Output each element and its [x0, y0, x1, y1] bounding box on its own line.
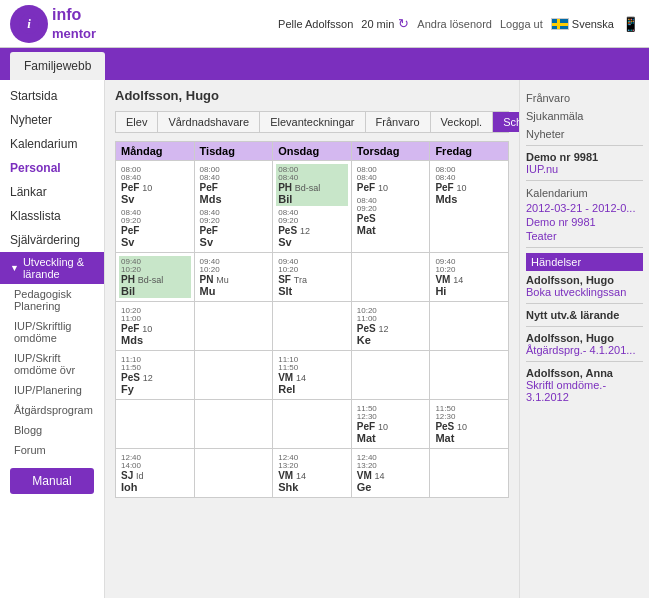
right-event1-name: Adolfsson, Hugo	[526, 274, 643, 286]
sidebar-item-lankar[interactable]: Länkar	[0, 180, 104, 204]
table-row: 09:4010:20SF TraSlt	[273, 253, 352, 302]
sidebar-item-sjalvarderin[interactable]: Självärdering	[0, 228, 104, 252]
right-kal-date[interactable]: 2012-03-21 - 2012-0...	[526, 202, 643, 214]
right-event3-name: Adolfsson, Hugo	[526, 332, 643, 344]
change-password-link[interactable]: Andra lösenord	[417, 18, 492, 30]
divider1	[526, 145, 643, 146]
tab-franvaro[interactable]: Frånvaro	[366, 112, 431, 132]
table-row	[430, 302, 509, 351]
main-layout: Startsida Nyheter Kalendarium Personal L…	[0, 80, 649, 598]
logo: i infomentor	[10, 5, 96, 43]
list-item[interactable]: 08:0008:40PeF 10Sv	[119, 164, 191, 206]
language-label: Svenska	[572, 18, 614, 30]
list-item[interactable]: 08:4009:20PeS Mat	[355, 195, 427, 237]
list-item[interactable]: 11:5012:30PeF 10Mat	[355, 403, 427, 445]
session-time: 20 min	[361, 18, 394, 30]
sidebar-sub-iup-skrift-ovr[interactable]: IUP/Skrift omdöme övr	[0, 348, 104, 380]
list-item[interactable]: 08:0008:40PeF 10	[355, 164, 427, 194]
table-row	[194, 400, 273, 449]
list-item[interactable]: 09:4010:20PN MuMu	[198, 256, 270, 298]
right-event3-desc[interactable]: Åtgärdsprg.- 4.1.201...	[526, 344, 643, 356]
refresh-icon[interactable]: ↻	[398, 16, 409, 31]
right-event1-desc[interactable]: Boka utvecklingssan	[526, 286, 643, 298]
tab-vardnadshavare[interactable]: Vårdnadshavare	[158, 112, 260, 132]
sidebar-item-startsida[interactable]: Startsida	[0, 84, 104, 108]
table-row	[351, 253, 430, 302]
tab-elevanteckningar[interactable]: Elevanteckningar	[260, 112, 365, 132]
table-row: 12:4014:00SJ IdIoh	[116, 449, 195, 498]
right-event4-desc[interactable]: Skriftl omdöme.- 3.1.2012	[526, 379, 643, 403]
table-row: 10:2011:00PeS 12Ke	[351, 302, 430, 351]
username: Pelle Adolfsson	[278, 18, 353, 30]
list-item[interactable]: 12:4013:20VM 14Shk	[276, 452, 348, 494]
language-selector[interactable]: Svenska	[551, 18, 614, 30]
list-item[interactable]: 11:1011:50VM 14Rel	[276, 354, 348, 396]
logout-link[interactable]: Logga ut	[500, 18, 543, 30]
table-row	[273, 400, 352, 449]
right-kalendarium-title: Kalendarium	[526, 187, 643, 199]
tab-veckopl[interactable]: Veckopl.	[431, 112, 494, 132]
logo-icon: i	[10, 5, 48, 43]
flag-icon	[551, 18, 569, 30]
divider3	[526, 247, 643, 248]
list-item[interactable]: 08:4009:20PeS 12Sv	[276, 207, 348, 249]
manual-button[interactable]: Manual	[10, 468, 94, 494]
list-item[interactable]: 09:4010:20VM 14Hi	[433, 256, 505, 298]
right-events-title: Händelser	[526, 253, 643, 271]
list-item[interactable]: 08:0008:40PeF Mds	[198, 164, 270, 206]
divider5	[526, 326, 643, 327]
right-kal-demo[interactable]: Demo nr 9981	[526, 216, 643, 228]
list-item[interactable]: 10:2011:00PeF 10Mds	[119, 305, 191, 347]
list-item[interactable]: 12:4013:20VM 14Ge	[355, 452, 427, 494]
table-row	[430, 351, 509, 400]
table-row: 09:4010:20VM 14Hi	[430, 253, 509, 302]
list-item[interactable]: 08:4009:20PeF Sv	[198, 207, 270, 249]
sidebar-item-klasslista[interactable]: Klasslista	[0, 204, 104, 228]
list-item[interactable]: 11:5012:30PeS 10Mat	[433, 403, 505, 445]
sidebar-sub-forum[interactable]: Forum	[0, 440, 104, 460]
schedule-table: Måndag Tisdag Onsdag Torsdag Fredag 08:0…	[115, 141, 509, 498]
nav-tabs: Familjewebb	[0, 48, 649, 80]
sidebar-sub-atgardsprogram[interactable]: Åtgärdsprogram	[0, 400, 104, 420]
list-item[interactable]: 09:4010:20PH Bd-salBil	[119, 256, 191, 298]
list-item[interactable]: 10:2011:00PeS 12Ke	[355, 305, 427, 347]
sidebar-sub-pedagogisk[interactable]: Pedagogisk Planering	[0, 284, 104, 316]
list-item[interactable]: 08:4009:20PeF Sv	[119, 207, 191, 249]
table-row: 11:1011:50VM 14Rel	[273, 351, 352, 400]
top-bar: i infomentor Pelle Adolfsson 20 min ↻ An…	[0, 0, 649, 48]
tab-schema[interactable]: Schema	[493, 112, 519, 132]
table-row	[273, 302, 352, 351]
day-header-onsdag: Onsdag	[273, 142, 352, 161]
table-row	[430, 449, 509, 498]
sub-tabs: Elev Vårdnadshavare Elevanteckningar Frå…	[115, 111, 509, 133]
table-row	[194, 351, 273, 400]
sidebar-item-nyheter[interactable]: Nyheter	[0, 108, 104, 132]
day-header-tisdag: Tisdag	[194, 142, 273, 161]
tab-elev[interactable]: Elev	[116, 112, 158, 132]
sidebar-item-kalendarium[interactable]: Kalendarium	[0, 132, 104, 156]
list-item[interactable]: 11:1011:50PeS 12Fy	[119, 354, 191, 396]
table-row: 11:5012:30PeS 10Mat	[430, 400, 509, 449]
list-item[interactable]: 08:0008:40PH Bd-salBil	[276, 164, 348, 206]
table-row: 12:4013:20VM 14Shk	[273, 449, 352, 498]
list-item[interactable]: 08:0008:40PeF 10Mds	[433, 164, 505, 206]
table-row: 10:2011:00PeF 10Mds	[116, 302, 195, 351]
sidebar-item-personal[interactable]: Personal	[0, 156, 104, 180]
table-row: 08:0008:40PH Bd-salBil08:4009:20PeS 12Sv	[273, 161, 352, 253]
table-row: 08:0008:40PeF 1008:4009:20PeS Mat	[351, 161, 430, 253]
right-demo-title: Demo nr 9981	[526, 151, 643, 163]
day-header-torsdag: Torsdag	[351, 142, 430, 161]
list-item[interactable]: 09:4010:20SF TraSlt	[276, 256, 348, 298]
session-info: 20 min ↻	[361, 16, 409, 31]
sidebar-section-utveckling[interactable]: Utveckling & lärande	[0, 252, 104, 284]
table-row: 12:4013:20VM 14Ge	[351, 449, 430, 498]
right-kal-teater[interactable]: Teater	[526, 230, 643, 242]
list-item[interactable]: 12:4014:00SJ IdIoh	[119, 452, 191, 494]
content-area: Adolfsson, Hugo Elev Vårdnadshavare Elev…	[105, 80, 519, 598]
right-iup-link[interactable]: IUP.nu	[526, 163, 643, 175]
sidebar-sub-iup-planering[interactable]: IUP/Planering	[0, 380, 104, 400]
sidebar-sub-blogg[interactable]: Blogg	[0, 420, 104, 440]
table-row: 08:0008:40PeF 10Sv08:4009:20PeF Sv	[116, 161, 195, 253]
sidebar-sub-iup-skriftlig[interactable]: IUP/Skriftlig omdöme	[0, 316, 104, 348]
tab-familjewebb[interactable]: Familjewebb	[10, 52, 105, 80]
